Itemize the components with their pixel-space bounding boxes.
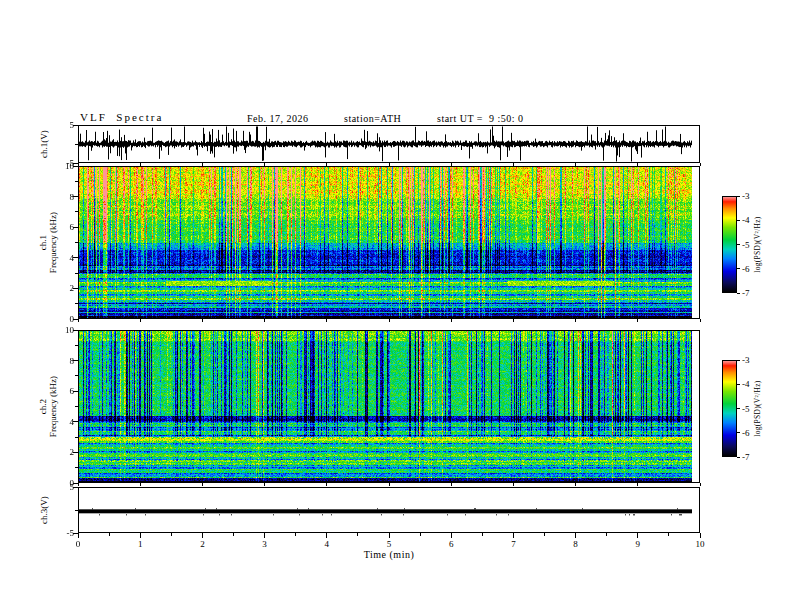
ch1-spec-ytick-minor bbox=[75, 303, 78, 304]
ch1-spec-ytick-minor bbox=[75, 242, 78, 243]
x-tick-label: 6 bbox=[441, 539, 461, 549]
x-tick bbox=[637, 533, 638, 538]
x-tick-label: 3 bbox=[255, 539, 275, 549]
x-tick-panel bbox=[637, 319, 638, 322]
x-tick-label: 8 bbox=[566, 539, 586, 549]
cb2-tick bbox=[737, 432, 740, 433]
ch1-spec-ytick-minor bbox=[75, 181, 78, 182]
x-tick-minor bbox=[295, 533, 296, 536]
cb2-tick-label: -5 bbox=[742, 404, 762, 414]
plot-title: VLF Spectra bbox=[80, 111, 163, 123]
x-tick-minor bbox=[420, 533, 421, 536]
ch3-wave-ytick-label: -5 bbox=[40, 528, 74, 538]
x-tick-panel bbox=[451, 163, 452, 166]
ch2-spec-ytick-minor bbox=[75, 437, 78, 438]
x-tick-panel bbox=[700, 319, 701, 322]
ch1-spec-ytick-label: 6 bbox=[40, 222, 74, 232]
x-tick-panel bbox=[264, 483, 265, 486]
x-tick-panel bbox=[264, 319, 265, 322]
x-tick bbox=[202, 533, 203, 538]
cb1-tick-label: -4 bbox=[742, 215, 762, 225]
cb2-tick bbox=[737, 360, 740, 361]
x-tick-panel bbox=[575, 163, 576, 166]
ch1-spectrogram-plot bbox=[79, 167, 692, 318]
plot-date: Feb. 17, 2026 bbox=[247, 113, 309, 124]
ch1-spec-ytick-label: 8 bbox=[40, 192, 74, 202]
x-tick-label: 0 bbox=[68, 539, 88, 549]
ch3-waveform-plot bbox=[79, 488, 692, 532]
x-tick-panel bbox=[140, 483, 141, 486]
vlf-spectra-figure: VLF Spectra Feb. 17, 2026 station=ATH st… bbox=[0, 0, 792, 612]
x-tick bbox=[451, 533, 452, 538]
cb2-tick bbox=[737, 384, 740, 385]
cb2-tick-label: -6 bbox=[742, 428, 762, 438]
x-tick-panel bbox=[202, 163, 203, 166]
ch3-wave-ytick-minor bbox=[75, 510, 78, 511]
x-tick bbox=[140, 533, 141, 538]
cb1-tick bbox=[737, 244, 740, 245]
x-tick bbox=[78, 533, 79, 538]
x-tick bbox=[326, 533, 327, 538]
x-tick-minor bbox=[357, 533, 358, 536]
cb2-tick bbox=[737, 457, 740, 458]
x-tick-minor bbox=[606, 533, 607, 536]
x-tick-panel bbox=[513, 163, 514, 166]
x-tick-panel bbox=[700, 483, 701, 486]
x-tick-panel bbox=[389, 163, 390, 166]
ch2-spec-ytick-minor bbox=[75, 467, 78, 468]
cb1-tick-label: -7 bbox=[742, 288, 762, 298]
ch1-waveform-panel bbox=[78, 125, 700, 163]
station-label: station=ATH bbox=[344, 113, 401, 124]
ch2-spec-ytick-label: 2 bbox=[40, 447, 74, 457]
x-tick-label: 1 bbox=[130, 539, 150, 549]
ch3-waveform-panel bbox=[78, 487, 700, 533]
ch2-spec-ytick-label: 6 bbox=[40, 386, 74, 396]
ch2-spec-ytick-label: 8 bbox=[40, 356, 74, 366]
cb2-tick-label: -4 bbox=[742, 379, 762, 389]
cb1-tick-label: -5 bbox=[742, 240, 762, 250]
ch2-spec-ytick-minor bbox=[75, 345, 78, 346]
x-tick-panel bbox=[513, 483, 514, 486]
x-tick bbox=[575, 533, 576, 538]
x-tick-panel bbox=[202, 319, 203, 322]
ch1-spectrogram-panel bbox=[78, 166, 700, 319]
cb1-tick bbox=[737, 268, 740, 269]
colorbar-ch1 bbox=[722, 196, 737, 293]
x-tick-panel bbox=[389, 483, 390, 486]
x-tick-panel bbox=[264, 163, 265, 166]
x-tick-label: 9 bbox=[628, 539, 648, 549]
x-tick-label: 10 bbox=[690, 539, 710, 549]
cb2-tick bbox=[737, 408, 740, 409]
ch2-spec-ytick-minor bbox=[75, 375, 78, 376]
x-tick-panel bbox=[575, 483, 576, 486]
x-tick-panel bbox=[389, 319, 390, 322]
x-tick-panel bbox=[78, 163, 79, 166]
ch1-spec-ytick-label: 4 bbox=[40, 253, 74, 263]
ch2-spec-ytick-label: 4 bbox=[40, 417, 74, 427]
cb1-tick-label: -3 bbox=[742, 191, 762, 201]
ch2-spec-ytick-minor bbox=[75, 406, 78, 407]
cb1-tick-label: -6 bbox=[742, 264, 762, 274]
ch1-spec-ytick-label: 0 bbox=[40, 314, 74, 324]
x-tick-label: 2 bbox=[192, 539, 212, 549]
x-tick-minor bbox=[668, 533, 669, 536]
ch2-spectrogram-panel bbox=[78, 330, 700, 483]
x-tick-label: 5 bbox=[379, 539, 399, 549]
x-tick bbox=[389, 533, 390, 538]
x-tick-panel bbox=[451, 483, 452, 486]
x-tick-panel bbox=[326, 483, 327, 486]
x-tick bbox=[700, 533, 701, 538]
x-tick-label: 4 bbox=[317, 539, 337, 549]
x-tick-panel bbox=[78, 319, 79, 322]
ch2-spec-ytick-label: 10 bbox=[40, 325, 74, 335]
colorbar-ch2 bbox=[722, 360, 737, 457]
cb1-tick bbox=[737, 196, 740, 197]
cb2-tick-label: -3 bbox=[742, 355, 762, 365]
x-tick-panel bbox=[637, 163, 638, 166]
ch1-spec-ytick-minor bbox=[75, 211, 78, 212]
ch1-waveform-plot bbox=[79, 126, 692, 162]
x-tick-panel bbox=[140, 163, 141, 166]
x-tick bbox=[513, 533, 514, 538]
ch1-spec-ytick-label: 2 bbox=[40, 283, 74, 293]
x-tick-panel bbox=[575, 319, 576, 322]
